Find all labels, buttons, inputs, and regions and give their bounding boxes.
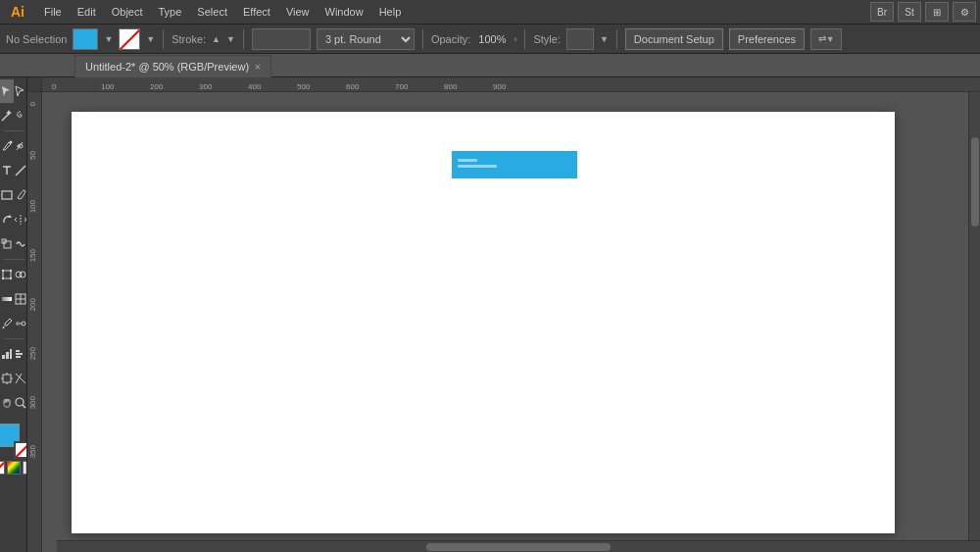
menu-help[interactable]: Help — [372, 4, 409, 20]
slice-tool[interactable] — [14, 367, 27, 390]
sync-button[interactable]: ⚙ — [953, 2, 976, 22]
canvas-area: 0 100 200 300 400 500 600 700 800 900 0 … — [27, 77, 980, 552]
document-setup-button[interactable]: Document Setup — [625, 28, 723, 50]
tab-bar: Untitled-2* @ 50% (RGB/Preview) × — [0, 54, 980, 77]
line-tool[interactable] — [14, 159, 27, 182]
style-box[interactable] — [566, 28, 594, 50]
arrange-button[interactable]: ⇄ ▼ — [810, 28, 842, 50]
menu-object[interactable]: Object — [105, 4, 150, 20]
shape-builder-tool[interactable] — [14, 263, 27, 286]
menu-window[interactable]: Window — [318, 4, 370, 20]
magic-wand-tool[interactable] — [0, 104, 14, 127]
none-icon[interactable] — [0, 461, 5, 475]
arrange-icon: ⇄ — [818, 33, 826, 44]
reflect-tool[interactable] — [14, 208, 27, 231]
warp-tool[interactable] — [14, 232, 27, 256]
inner-line-2 — [458, 165, 497, 168]
style-label: Style: — [533, 33, 561, 45]
divider-4 — [524, 29, 525, 49]
svg-rect-29 — [16, 350, 20, 352]
document-tab[interactable]: Untitled-2* @ 50% (RGB/Preview) × — [74, 55, 271, 77]
hand-tool[interactable] — [0, 391, 14, 415]
preferences-button[interactable]: Preferences — [729, 28, 805, 50]
scale-tool[interactable] — [0, 232, 14, 256]
column-graph-tool[interactable] — [0, 342, 14, 366]
stock-button[interactable]: St — [898, 2, 921, 22]
tab-close-button[interactable]: × — [255, 62, 261, 73]
divider-tools-3 — [3, 338, 24, 339]
artboard — [72, 112, 895, 533]
stroke-weight-input[interactable] — [252, 28, 311, 50]
color-controls — [0, 420, 27, 478]
arrange-dropdown-arrow[interactable]: ▼ — [826, 34, 835, 44]
options-bar: No Selection ▼ ▼ Stroke: ▲ ▼ 3 pt. Round… — [0, 25, 980, 54]
divider-1 — [163, 29, 164, 49]
svg-point-14 — [2, 277, 4, 279]
menu-effect[interactable]: Effect — [236, 4, 277, 20]
color-icon[interactable] — [7, 461, 21, 475]
gradient-tool[interactable] — [0, 287, 14, 311]
stroke-label: Stroke: — [172, 33, 206, 45]
svg-point-15 — [10, 277, 12, 279]
stroke-dropdown-arrow[interactable]: ▼ — [146, 34, 155, 44]
rectangle-tool[interactable] — [0, 183, 14, 207]
svg-rect-9 — [4, 241, 11, 248]
paintbrush-tool[interactable] — [14, 183, 27, 207]
left-toolbar — [0, 77, 27, 552]
ruler-horizontal: 0 100 200 300 400 500 600 700 800 900 — [27, 77, 980, 92]
workspace-switcher[interactable]: ⊞ — [925, 2, 949, 22]
menu-edit[interactable]: Edit — [71, 4, 103, 20]
type-tool[interactable] — [0, 159, 14, 182]
tool-row-selection — [0, 79, 26, 103]
blend-tool[interactable] — [14, 312, 27, 335]
artboard-tool[interactable] — [0, 367, 14, 390]
svg-rect-27 — [6, 352, 9, 359]
v-scrollbar-thumb[interactable] — [971, 137, 979, 226]
direct-selection-tool[interactable] — [14, 79, 27, 103]
divider-3 — [422, 29, 423, 49]
menu-view[interactable]: View — [279, 4, 317, 20]
selection-tool[interactable] — [0, 79, 14, 103]
add-anchor-tool[interactable] — [14, 134, 27, 158]
divider-5 — [616, 29, 617, 49]
svg-rect-31 — [16, 356, 21, 358]
menu-file[interactable]: File — [37, 4, 69, 20]
opacity-chevron[interactable]: › — [514, 34, 516, 44]
horizontal-scrollbar[interactable] — [57, 540, 980, 552]
pen-tool[interactable] — [0, 134, 14, 158]
stroke-color-swatch[interactable] — [14, 441, 28, 459]
divider-tools-2 — [3, 259, 24, 260]
stroke-down-arrow[interactable]: ▼ — [226, 34, 235, 44]
free-transform-tool[interactable] — [0, 263, 14, 286]
weight-select[interactable]: 3 pt. Round 1 pt. Round 2 pt. Round — [317, 28, 415, 50]
svg-rect-28 — [10, 349, 12, 359]
cyan-rectangle[interactable] — [452, 151, 577, 178]
mesh-tool[interactable] — [14, 287, 27, 311]
menu-type[interactable]: Type — [152, 4, 189, 20]
fill-color-box[interactable] — [73, 28, 98, 50]
rect-inner-content — [458, 159, 497, 168]
menu-bar: Ai File Edit Object Type Select Effect V… — [0, 0, 980, 25]
zoom-tool[interactable] — [14, 391, 27, 415]
color-icons-row — [0, 461, 27, 475]
ruler-vertical: 0 50 100 150 200 250 300 350 — [27, 92, 42, 552]
fill-stroke-pair — [0, 424, 27, 459]
ruler-corner — [27, 77, 42, 92]
bridge-button[interactable]: Br — [870, 2, 894, 22]
main-area: 0 100 200 300 400 500 600 700 800 900 0 … — [0, 77, 980, 552]
rotate-tool[interactable] — [0, 208, 14, 231]
vertical-scrollbar[interactable] — [968, 92, 980, 540]
style-dropdown-arrow[interactable]: ▼ — [600, 34, 609, 44]
h-scrollbar-thumb[interactable] — [426, 543, 611, 551]
stroke-up-arrow[interactable]: ▲ — [212, 34, 220, 44]
stroke-color-box[interactable] — [119, 28, 140, 50]
svg-point-13 — [10, 270, 12, 272]
canvas-scroll[interactable] — [42, 92, 980, 552]
bar-graph-tool[interactable] — [14, 342, 27, 366]
eyedropper-tool[interactable] — [0, 312, 14, 335]
svg-point-1 — [10, 141, 13, 144]
fill-dropdown-arrow[interactable]: ▼ — [104, 34, 113, 44]
lasso-tool[interactable] — [14, 104, 27, 127]
svg-point-37 — [16, 398, 24, 406]
menu-select[interactable]: Select — [190, 4, 234, 20]
